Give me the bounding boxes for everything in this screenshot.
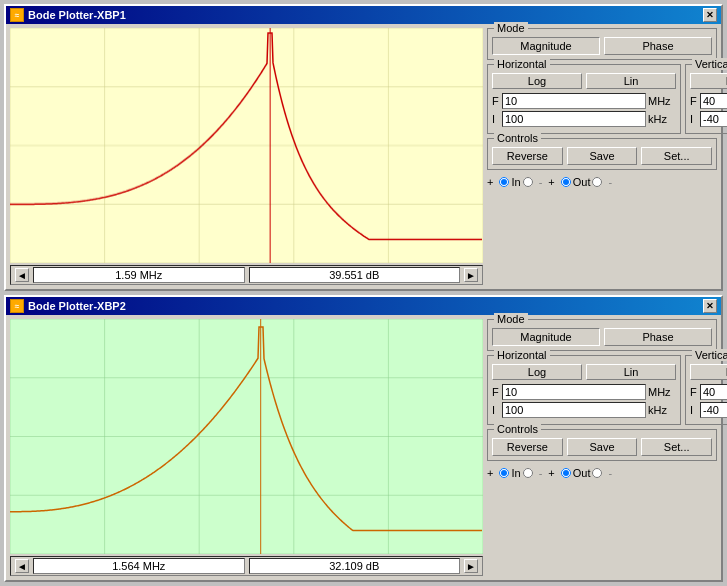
plotter2-in-radio-pos[interactable] (499, 468, 509, 478)
plotter1-vt-i-label: I (690, 113, 698, 125)
plotter1-hz-i-label: I (492, 113, 500, 125)
plotter2-hz-lin-button[interactable]: Lin (586, 364, 676, 380)
plotter1-hz-f-unit: MHz (648, 95, 676, 107)
plotter1-out-radio-pos[interactable] (561, 177, 571, 187)
plotter1-controls-btn-row: Reverse Save Set... (492, 147, 712, 165)
plotter1-arrow-right[interactable]: ► (464, 268, 478, 282)
plotter1-vertical-group: Vertical Log Lin F dB I (685, 64, 727, 134)
plotter2-controls-btn-row: Reverse Save Set... (492, 438, 712, 456)
plotter2-controls: Mode Magnitude Phase Horizontal Log Lin (487, 319, 717, 576)
plotter1-reverse-button[interactable]: Reverse (492, 147, 563, 165)
plotter2-value: 32.109 dB (249, 558, 461, 574)
plotter1-arrow-left[interactable]: ◄ (15, 268, 29, 282)
plotter1-hz-btn-row: Log Lin (492, 73, 676, 89)
plotter2-in-radio-group: In (499, 467, 532, 479)
plotter2-set-button[interactable]: Set... (641, 438, 712, 456)
plotter1-io-sep1: - (539, 176, 543, 188)
plotter1-freq: 1.59 MHz (33, 267, 245, 283)
plotter1-close-button[interactable]: ✕ (703, 8, 717, 22)
plotter1-set-button[interactable]: Set... (641, 147, 712, 165)
plotter2-phase-button[interactable]: Phase (604, 328, 712, 346)
plotter2-icon: ≈ (10, 299, 24, 313)
plotter2-out-radio-pos[interactable] (561, 468, 571, 478)
plotter1-magnitude-button[interactable]: Magnitude (492, 37, 600, 55)
title-bar-left-1: ≈ Bode Plotter-XBP1 (10, 8, 126, 22)
plotter2-close-button[interactable]: ✕ (703, 299, 717, 313)
plotter1-hz-f-row: F MHz (492, 93, 676, 109)
plotter2-in-radio-neg[interactable] (523, 468, 533, 478)
plotter2-hz-i-row: I kHz (492, 402, 676, 418)
plotter1-in-radio-neg[interactable] (523, 177, 533, 187)
plotter1-io-plus2: + (548, 176, 554, 188)
plotter2-hz-i-unit: kHz (648, 404, 676, 416)
plotter1-mode-label: Mode (494, 22, 528, 34)
plotter1-hz-lin-button[interactable]: Lin (586, 73, 676, 89)
title-bar-2: ≈ Bode Plotter-XBP2 ✕ (6, 297, 721, 315)
plotter1-status-bar: ◄ 1.59 MHz 39.551 dB ► (10, 265, 483, 285)
plotter2-io-sep2: - (608, 467, 612, 479)
plotter1-io-sep2: - (608, 176, 612, 188)
plotter2-mode-buttons: Magnitude Phase (492, 328, 712, 346)
bode-plotter-2: ≈ Bode Plotter-XBP2 ✕ ◄ 1.564 MHz 32.109… (4, 295, 723, 582)
plotter2-title: Bode Plotter-XBP2 (28, 300, 126, 312)
plotter2-horizontal-group: Horizontal Log Lin F MHz I (487, 355, 681, 425)
plotter2-hz-f-unit: MHz (648, 386, 676, 398)
plotter1-vt-log-button[interactable]: Log (690, 73, 727, 89)
title-bar-left-2: ≈ Bode Plotter-XBP2 (10, 299, 126, 313)
plotter2-vt-f-input[interactable] (700, 384, 727, 400)
plotter1-hz-i-row: I kHz (492, 111, 676, 127)
bode-plotter-1: ≈ Bode Plotter-XBP1 ✕ ◄ 1.59 MHz 39.551 … (4, 4, 723, 291)
plotter2-io-sep1: - (539, 467, 543, 479)
plotter1-save-button[interactable]: Save (567, 147, 638, 165)
plotter1-in-radio-pos[interactable] (499, 177, 509, 187)
plotter2-hz-f-input[interactable] (502, 384, 646, 400)
plotter1-hv-row: Horizontal Log Lin F MHz I (487, 64, 717, 134)
plotter2-out-radio-neg[interactable] (592, 468, 602, 478)
plotter1-hz-f-input[interactable] (502, 93, 646, 109)
plotter1-out-radio-neg[interactable] (592, 177, 602, 187)
plotter1-vt-f-input[interactable] (700, 93, 727, 109)
plotter2-mode-group: Mode Magnitude Phase (487, 319, 717, 351)
plotter1-out-radio-group: Out (561, 176, 603, 188)
plotter1-hz-log-button[interactable]: Log (492, 73, 582, 89)
plotter2-hz-i-input[interactable] (502, 402, 646, 418)
plotter2-horizontal-label: Horizontal (494, 349, 550, 361)
plotter2-in-label: In (511, 467, 520, 479)
plotter1-hz-i-input[interactable] (502, 111, 646, 127)
plotter2-out-radio-group: Out (561, 467, 603, 479)
plotter2-vt-f-label: F (690, 386, 698, 398)
plotter2-body: ◄ 1.564 MHz 32.109 dB ► Mode Magnitude P… (6, 315, 721, 580)
plotter1-vt-i-input[interactable] (700, 111, 727, 127)
plotter2-vt-log-button[interactable]: Log (690, 364, 727, 380)
plotter1-canvas (10, 28, 483, 263)
plotter2-hz-log-button[interactable]: Log (492, 364, 582, 380)
plotter1-mode-group: Mode Magnitude Phase (487, 28, 717, 60)
plotter1-icon: ≈ (10, 8, 24, 22)
plotter2-reverse-button[interactable]: Reverse (492, 438, 563, 456)
plotter1-phase-button[interactable]: Phase (604, 37, 712, 55)
plotter2-hz-i-label: I (492, 404, 500, 416)
plotter2-freq: 1.564 MHz (33, 558, 245, 574)
plotter2-vt-i-input[interactable] (700, 402, 727, 418)
plotter2-mode-label: Mode (494, 313, 528, 325)
plotter2-vt-i-row: I dB (690, 402, 727, 418)
plotter2-save-button[interactable]: Save (567, 438, 638, 456)
plotter1-vertical-label: Vertical (692, 58, 727, 70)
plotter2-out-label: Out (573, 467, 591, 479)
plotter1-value: 39.551 dB (249, 267, 461, 283)
plotter2-controls-group: Controls Reverse Save Set... (487, 429, 717, 461)
plotter2-controls-label: Controls (494, 423, 541, 435)
plotter1-vt-btn-row: Log Lin (690, 73, 727, 89)
plotter1-plot-container: ◄ 1.59 MHz 39.551 dB ► (10, 28, 483, 285)
plotter2-magnitude-button[interactable]: Magnitude (492, 328, 600, 346)
plotter1-out-label: Out (573, 176, 591, 188)
instrument-panel: ≈ Bode Plotter-XBP1 ✕ ◄ 1.59 MHz 39.551 … (0, 0, 727, 586)
plotter2-arrow-right[interactable]: ► (464, 559, 478, 573)
plotter1-in-radio-group: In (499, 176, 532, 188)
title-bar-1: ≈ Bode Plotter-XBP1 ✕ (6, 6, 721, 24)
plotter1-io-row: + In - + Out - (487, 174, 717, 190)
plotter2-arrow-left[interactable]: ◄ (15, 559, 29, 573)
plotter2-canvas (10, 319, 483, 554)
plotter2-vt-i-label: I (690, 404, 698, 416)
plotter1-in-label: In (511, 176, 520, 188)
